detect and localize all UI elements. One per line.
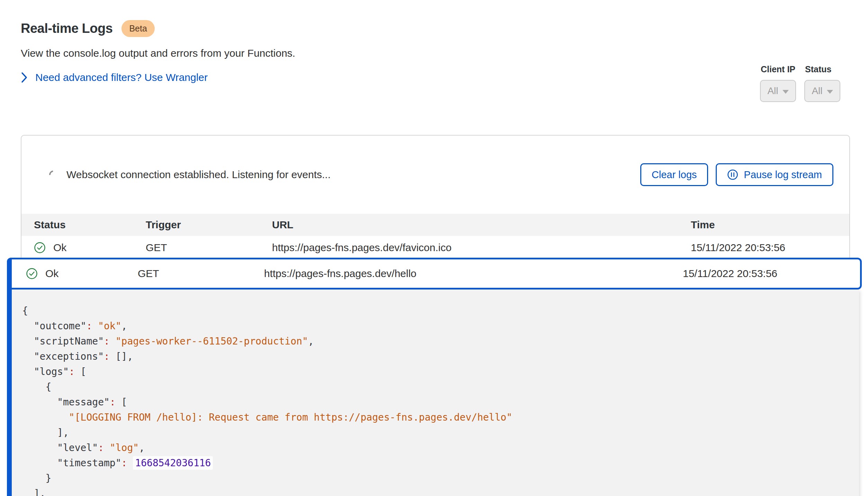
pause-log-stream-button-label: Pause log stream (744, 169, 822, 181)
page-description: View the console.log output and errors f… (21, 47, 295, 59)
status-cell: Ok (21, 242, 146, 254)
status-filter-label: Status (805, 64, 840, 74)
trigger-value: GET (138, 268, 264, 279)
clear-logs-button[interactable]: Clear logs (640, 163, 708, 186)
log-entry-expanded: Ok GET https://pages-fns.pages.dev/hello… (7, 258, 862, 496)
page-header: Real-time Logs Beta View the console.log… (21, 20, 295, 83)
status-cell: Ok (13, 268, 138, 279)
advanced-filters-link-label: Need advanced filters? Use Wrangler (35, 72, 208, 83)
column-header-time: Time (691, 219, 849, 231)
time-value: 15/11/2022 20:53:56 (683, 268, 860, 279)
pause-circle-icon (727, 169, 738, 180)
client-ip-filter-label: Client IP (761, 64, 796, 74)
log-table-header: Status Trigger URL Time (21, 214, 849, 236)
websocket-status-message: Websocket connection established. Listen… (66, 169, 331, 181)
url-value: https://pages-fns.pages.dev/hello (264, 268, 683, 279)
status-value: Ok (53, 242, 66, 254)
trigger-value: GET (146, 242, 272, 254)
websocket-status-bar: Websocket connection established. Listen… (21, 136, 849, 214)
client-ip-filter-value: All (767, 85, 778, 97)
client-ip-filter-group: Client IP All (760, 64, 796, 102)
time-value: 15/11/2022 20:53:56 (691, 242, 849, 254)
status-value: Ok (45, 268, 58, 279)
log-table-row[interactable]: Ok GET https://pages-fns.pages.dev/favic… (21, 236, 849, 259)
status-filter-value: All (812, 85, 822, 97)
client-ip-filter-select[interactable]: All (760, 80, 796, 102)
pause-log-stream-button[interactable]: Pause log stream (716, 163, 833, 186)
filters: Client IP All Status All (760, 64, 840, 102)
check-circle-icon (34, 242, 46, 254)
log-actions: Clear logs Pause log stream (640, 163, 833, 186)
log-detail-panel: { "outcome": "ok", "scriptName": "pages-… (12, 290, 859, 496)
spinner-icon (47, 169, 59, 181)
column-header-trigger: Trigger (146, 219, 272, 231)
log-json-code: { "outcome": "ok", "scriptName": "pages-… (22, 303, 859, 496)
check-circle-icon (26, 268, 38, 279)
beta-badge: Beta (121, 20, 154, 37)
url-value: https://pages-fns.pages.dev/favicon.ico (272, 242, 691, 254)
status-filter-select[interactable]: All (804, 80, 840, 102)
caret-down-icon (783, 90, 789, 94)
clear-logs-button-label: Clear logs (652, 169, 697, 181)
column-header-status: Status (21, 219, 146, 231)
log-table-row-selected[interactable]: Ok GET https://pages-fns.pages.dev/hello… (7, 258, 862, 290)
status-filter-group: Status All (804, 64, 840, 102)
column-header-url: URL (272, 219, 691, 231)
caret-down-icon (827, 90, 833, 94)
advanced-filters-link[interactable]: Need advanced filters? Use Wrangler (21, 72, 208, 83)
page-title: Real-time Logs (21, 21, 112, 36)
chevron-right-icon (21, 72, 28, 83)
